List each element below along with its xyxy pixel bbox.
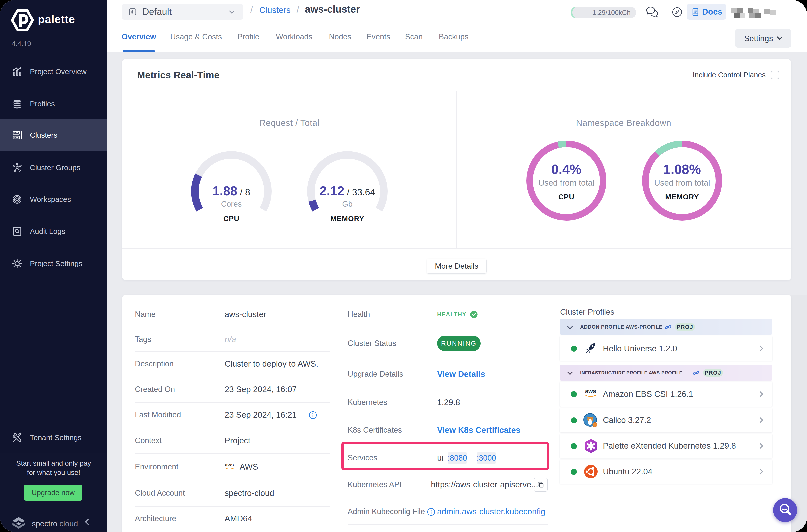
svg-text:aws: aws (585, 388, 596, 394)
svg-text:aws: aws (225, 462, 234, 467)
